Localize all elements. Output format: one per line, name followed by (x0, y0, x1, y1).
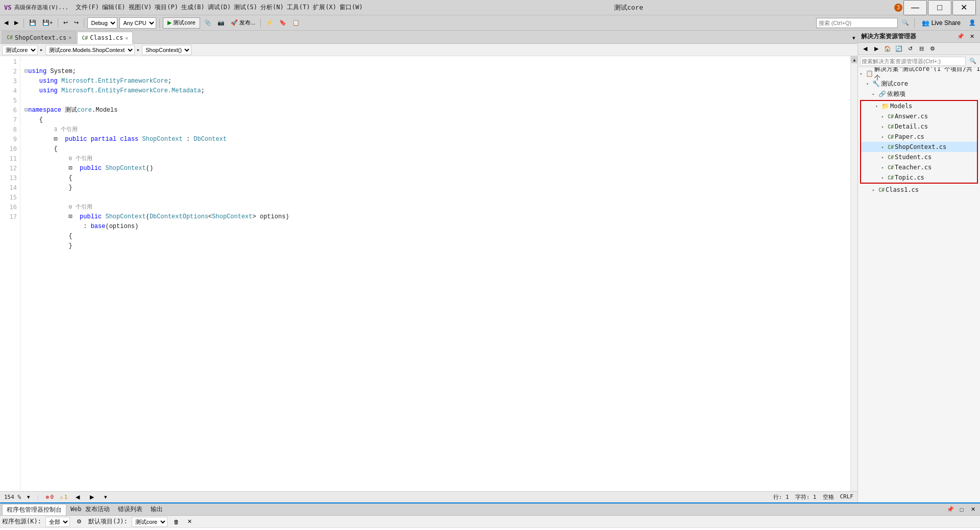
deps-node[interactable]: ▸ 🔗 依赖项 (858, 89, 980, 99)
search-solution-icon[interactable]: 🔍 (968, 57, 978, 66)
account-icon[interactable]: 👤 (967, 17, 978, 29)
file-shopcontext[interactable]: ▸ C# ShopContext.cs (861, 142, 977, 152)
bottom-float-button[interactable]: □ (957, 505, 967, 514)
file-class1[interactable]: ▸ C# Class1.cs (858, 185, 980, 195)
file-paper[interactable]: ▸ C# Paper.cs (861, 132, 977, 142)
separator-5 (260, 18, 261, 28)
sol-settings-button[interactable]: ⚙ (927, 44, 938, 54)
vs-logo: VS (4, 4, 11, 11)
notification-badge[interactable]: 3 (894, 4, 902, 12)
separator-status: | (36, 494, 40, 500)
code-scrollbar[interactable]: ▲ (850, 56, 857, 491)
separator-3 (84, 18, 84, 28)
file-detail[interactable]: ▸ C# Detail.cs (861, 121, 977, 132)
bottom-pin-button[interactable]: 📌 (945, 505, 955, 514)
sol-back-button[interactable]: ◀ (860, 44, 870, 54)
default-project-select[interactable]: 测试core (132, 517, 167, 527)
pm-clear-button[interactable]: 🗑 (172, 516, 181, 527)
topic-expand: ▸ (881, 175, 887, 180)
warning-count[interactable]: ⚠ 1 (60, 494, 67, 500)
nav-next[interactable]: ▶ (88, 492, 96, 503)
title-menu-build[interactable]: 项目(P) (155, 3, 178, 12)
member-select[interactable]: ShopContext() (142, 45, 191, 55)
solution-explorer-title: 解决方案资源管理器 (861, 32, 916, 41)
toolbar-misc3[interactable]: 📋 (290, 17, 302, 29)
debug-config-select[interactable]: Debug (87, 17, 117, 29)
platform-select[interactable]: Any CPU (119, 17, 156, 29)
tab-close-shopcontext[interactable]: ✕ (68, 35, 71, 40)
tab-web-publish[interactable]: Web 发布活动 (66, 504, 114, 515)
live-share-button[interactable]: 👥 Live Share (918, 15, 965, 31)
title-menu-file[interactable]: 高级保存选项(V)... (14, 4, 68, 11)
search-input[interactable] (816, 18, 898, 28)
toolbar-camera[interactable]: 📷 (215, 17, 227, 29)
bottom-close-button[interactable]: ✕ (968, 505, 978, 514)
title-menu-tools[interactable]: 分析(N) (260, 3, 284, 12)
search-solution-input[interactable] (860, 57, 966, 66)
minimize-button[interactable]: — (903, 0, 927, 15)
models-folder[interactable]: ▾ 📁 Models (861, 101, 977, 111)
title-menu-view[interactable]: 编辑(E) (102, 3, 126, 12)
title-bar: VS 高级保存选项(V)... 文件(F) 编辑(E) 视图(V) 项目(P) … (0, 0, 980, 15)
toolbar-bookmark[interactable]: 📎 (202, 17, 213, 29)
class1-icon: C# (878, 187, 885, 193)
line-numbers: 1 2 3 4 5 6 7 8 9 10 11 12 13 14 15 16 1… (0, 56, 20, 491)
maximize-button[interactable]: □ (928, 0, 951, 15)
sol-close-button[interactable]: ✕ (967, 32, 977, 41)
zoom-level[interactable]: 154 % (4, 494, 21, 500)
title-menu-debug[interactable]: 生成(B) (181, 3, 205, 12)
toolbar-misc1[interactable]: ⚡ (264, 17, 275, 29)
title-menu-help[interactable]: 窗口(W) (339, 3, 363, 12)
tab-error-list[interactable]: 错误列表 (114, 504, 146, 515)
search-icon[interactable]: 🔍 (900, 17, 911, 29)
scroll-top-button[interactable]: ▲ (851, 56, 857, 63)
zoom-expand[interactable]: ▾ (27, 492, 30, 503)
package-source-label: 程序包源(K): (2, 517, 41, 526)
tab-icon-class1: C# (82, 35, 88, 41)
pm-close-button[interactable]: ✕ (185, 516, 194, 527)
paper-label: Paper.cs (895, 133, 924, 140)
sol-home-button[interactable]: 🏠 (883, 44, 893, 54)
package-settings-button[interactable]: ⚙ (74, 517, 84, 526)
sol-collapse-button[interactable]: ⊟ (916, 44, 926, 54)
toolbar-misc2[interactable]: 🔖 (277, 17, 288, 29)
toolbar-save-all[interactable]: 💾+ (40, 17, 55, 29)
title-menu-project[interactable]: 视图(V) (129, 3, 152, 12)
tab-bar: C# ShopContext.cs ✕ C# Class1.cs ✕ ▾ (0, 31, 857, 44)
nav-filter[interactable]: ▾ (102, 492, 109, 503)
sol-refresh-button[interactable]: ↺ (905, 44, 915, 54)
title-menu-test[interactable]: 调试(D) (208, 3, 231, 12)
solution-root[interactable]: ▸ 📋 解决方案'测试core'(1 个项目/共 1 个 (858, 68, 980, 79)
toolbar-back[interactable]: ◀ (2, 17, 10, 29)
package-source-select[interactable]: 全部 (45, 517, 70, 527)
title-menu-extensions[interactable]: 工具(T) (287, 3, 310, 12)
toolbar-publish[interactable]: 🚀 发布... (229, 17, 257, 29)
code-editor[interactable]: ⊡using System; using Microsoft.EntityFra… (20, 56, 850, 491)
toolbar-undo[interactable]: ↩ (61, 17, 70, 29)
title-menu-window[interactable]: 扩展(X) (313, 3, 336, 12)
namespace-select[interactable]: 测试core.Models.ShopContext (45, 45, 135, 55)
sol-forward-button[interactable]: ▶ (871, 44, 881, 54)
toolbar-redo[interactable]: ↪ (72, 17, 81, 29)
nav-prev[interactable]: ◀ (74, 492, 82, 503)
file-student[interactable]: ▸ C# Student.cs (861, 152, 977, 162)
run-button[interactable]: ▶ 测试core (163, 17, 200, 29)
tab-scroll-down[interactable]: ▾ (850, 32, 857, 43)
file-topic[interactable]: ▸ C# Topic.cs (861, 172, 977, 183)
file-answer[interactable]: ▸ C# Answer.cs (861, 111, 977, 121)
toolbar-forward[interactable]: ▶ (12, 17, 20, 29)
tab-shopcontext[interactable]: C# ShopContext.cs ✕ (2, 31, 76, 43)
tab-package-manager[interactable]: 程序包管理器控制台 (2, 504, 66, 515)
tab-output[interactable]: 输出 (146, 504, 167, 515)
tab-class1[interactable]: C# Class1.cs ✕ (77, 32, 133, 44)
title-menu-edit[interactable]: 文件(F) (76, 3, 99, 12)
toolbar-save[interactable]: 💾 (27, 17, 38, 29)
error-count[interactable]: ⊗ 0 (46, 494, 54, 500)
close-button[interactable]: ✕ (952, 0, 976, 15)
sol-sync-button[interactable]: 🔄 (894, 44, 904, 54)
sol-pin-button[interactable]: 📌 (955, 32, 966, 41)
project-select[interactable]: 测试core (2, 45, 38, 55)
file-teacher[interactable]: ▸ C# Teacher.cs (861, 162, 977, 172)
tab-close-class1[interactable]: ✕ (125, 35, 128, 41)
title-menu-analyze[interactable]: 测试(S) (234, 3, 257, 12)
